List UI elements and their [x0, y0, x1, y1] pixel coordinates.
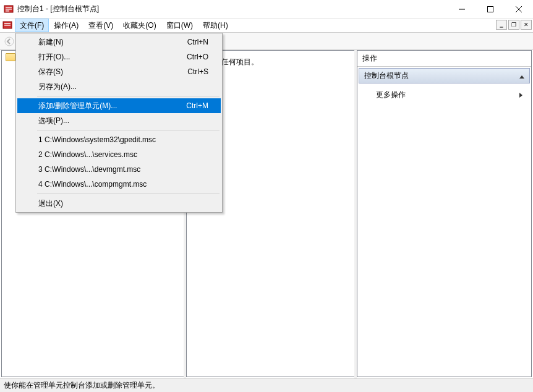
actions-pane: 操作 控制台根节点 更多操作 — [357, 50, 532, 377]
file-menu-dropdown: 新建(N)Ctrl+N打开(O)...Ctrl+O保存(S)Ctrl+S另存为(… — [15, 33, 223, 213]
file-menu-item-label: 添加/删除管理单元(M)... — [38, 101, 174, 111]
status-text: 使你能在管理单元控制台添加或删除管理单元。 — [4, 380, 160, 391]
more-actions-item[interactable]: 更多操作 — [361, 86, 527, 104]
file-menu-item[interactable]: 2 C:\Windows\...\services.msc — [17, 147, 221, 162]
menubar: 文件(F) 操作(A) 查看(V) 收藏夹(O) 窗口(W) 帮助(H) ‗ ❐… — [0, 19, 533, 33]
menu-favorites[interactable]: 收藏夹(O) — [118, 19, 161, 32]
file-menu-item-label: 2 C:\Windows\...\services.msc — [38, 150, 208, 159]
svg-point-11 — [5, 37, 14, 46]
mdi-restore-button[interactable]: ❐ — [508, 20, 519, 30]
statusbar: 使你能在管理单元控制台添加或删除管理单元。 — [0, 378, 533, 392]
file-menu-item-shortcut: Ctrl+N — [187, 38, 208, 46]
file-menu-item[interactable]: 新建(N)Ctrl+N — [17, 35, 221, 49]
minimize-button[interactable] — [448, 0, 476, 18]
file-menu-item[interactable]: 选项(P)... — [17, 113, 221, 128]
menu-file[interactable]: 文件(F) — [15, 19, 49, 32]
svg-rect-2 — [6, 9, 12, 10]
file-menu-item[interactable]: 4 C:\Windows\...\compmgmt.msc — [17, 177, 221, 192]
file-menu-item[interactable]: 1 C:\Windows\system32\gpedit.msc — [17, 132, 221, 147]
mdi-minimize-button[interactable]: ‗ — [496, 20, 507, 30]
folder-icon — [6, 53, 15, 61]
file-menu-item-label: 4 C:\Windows\...\compmgmt.msc — [38, 180, 208, 189]
file-menu-item-label: 保存(S) — [38, 67, 175, 77]
svg-rect-5 — [488, 6, 493, 12]
window-controls — [448, 0, 533, 18]
file-menu-item[interactable]: 保存(S)Ctrl+S — [17, 64, 221, 79]
file-menu-item-shortcut: Ctrl+M — [186, 101, 208, 110]
file-menu-item-label: 选项(P)... — [38, 116, 208, 126]
titlebar: 控制台1 - [控制台根节点] — [0, 0, 533, 19]
actions-section-title: 控制台根节点 — [364, 70, 409, 81]
svg-rect-1 — [6, 7, 12, 8]
svg-rect-10 — [4, 25, 11, 26]
close-button[interactable] — [505, 0, 533, 18]
file-menu-item[interactable]: 打开(O)...Ctrl+O — [17, 49, 221, 64]
file-menu-item-label: 新建(N) — [38, 37, 175, 48]
file-menu-item-label: 1 C:\Windows\system32\gpedit.msc — [38, 135, 208, 144]
file-menu-item-shortcut: Ctrl+O — [187, 53, 208, 61]
file-menu-item-label: 另存为(A)... — [38, 82, 208, 92]
svg-rect-9 — [4, 23, 11, 24]
menu-separator — [37, 194, 220, 194]
more-actions-label: 更多操作 — [376, 90, 406, 100]
file-menu-item[interactable]: 3 C:\Windows\...\devmgmt.msc — [17, 162, 221, 177]
menu-view[interactable]: 查看(V) — [83, 19, 118, 32]
chevron-up-icon — [519, 72, 524, 80]
menu-window[interactable]: 窗口(W) — [161, 19, 198, 32]
file-menu-item-shortcut: Ctrl+S — [187, 67, 208, 76]
file-menu-item-label: 退出(X) — [38, 198, 208, 209]
menu-separator — [37, 96, 220, 96]
svg-rect-3 — [6, 11, 9, 12]
file-menu-item-label: 打开(O)... — [38, 52, 174, 62]
menu-action[interactable]: 操作(A) — [49, 19, 83, 32]
file-menu-item[interactable]: 添加/删除管理单元(M)...Ctrl+M — [17, 98, 221, 113]
menu-separator — [37, 130, 220, 130]
mdi-close-button[interactable]: ✕ — [521, 20, 532, 30]
file-menu-item[interactable]: 退出(X) — [17, 196, 221, 211]
file-menu-item[interactable]: 另存为(A)... — [17, 79, 221, 94]
chevron-right-icon — [519, 91, 522, 100]
back-button[interactable] — [2, 35, 16, 48]
window-title: 控制台1 - [控制台根节点] — [17, 4, 448, 14]
actions-section-header[interactable]: 控制台根节点 — [359, 68, 530, 83]
mdi-window-controls: ‗ ❐ ✕ — [495, 20, 532, 30]
file-menu-item-label: 3 C:\Windows\...\devmgmt.msc — [38, 165, 208, 174]
menu-help[interactable]: 帮助(H) — [198, 19, 233, 32]
mdi-icon — [2, 19, 12, 32]
app-icon — [4, 4, 14, 14]
actions-pane-title: 操作 — [357, 51, 531, 67]
maximize-button[interactable] — [476, 0, 505, 18]
